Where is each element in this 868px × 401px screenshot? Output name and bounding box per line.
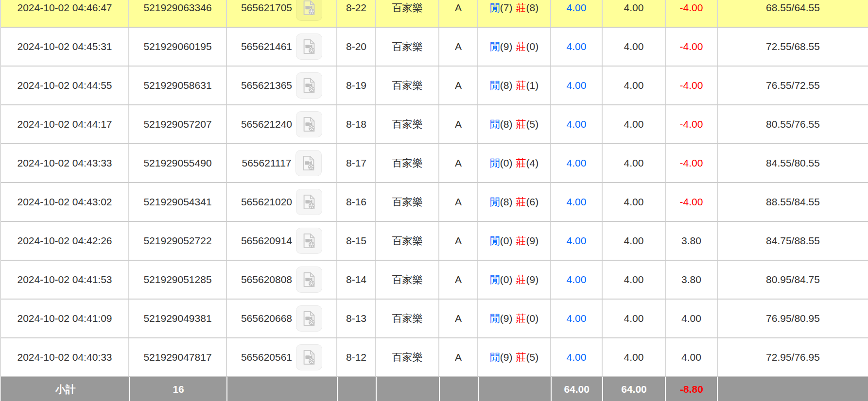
balance: 84.75/88.55 <box>718 222 868 260</box>
game-id: 565621240 <box>241 118 292 130</box>
bet-row[interactable]: 2024-10-02 04:43:02 521929054341 5656210… <box>1 183 868 222</box>
game-result: 閒(9)莊(0) <box>478 28 551 66</box>
bet-row[interactable]: 2024-10-02 04:40:33 521929047817 5656205… <box>1 338 868 377</box>
game-result: 閒(0)莊(9) <box>478 261 551 299</box>
game-result: 閒(9)莊(5) <box>478 338 551 376</box>
subtotal-empty-cell <box>377 377 440 401</box>
banker-score: (5) <box>526 118 539 130</box>
win-loss: 4.00 <box>666 300 718 337</box>
video-replay-button[interactable] <box>296 267 322 293</box>
game-id: 565620668 <box>241 313 292 324</box>
subtotal-row: 小計 16 64.00 64.00 -8.80 <box>1 377 868 401</box>
video-replay-button[interactable] <box>296 228 322 254</box>
game-id: 565621705 <box>241 2 292 14</box>
video-replay-button[interactable] <box>296 111 322 137</box>
bet-table-body: 2024-10-02 04:46:47 521929063346 5656217… <box>1 0 868 377</box>
bet-row[interactable]: 2024-10-02 04:44:55 521929058631 5656213… <box>1 67 868 105</box>
table-letter: A <box>439 222 478 260</box>
player-label: 閒 <box>490 351 500 364</box>
round-number: 8-17 <box>337 144 376 182</box>
game-id: 565620808 <box>241 274 292 285</box>
player-score: (0) <box>500 235 513 247</box>
player-label: 閒 <box>490 234 500 248</box>
round-number: 8-15 <box>337 222 376 260</box>
balance: 80.95/84.75 <box>718 261 868 299</box>
valid-amount: 4.00 <box>603 300 666 337</box>
bet-amount: 4.00 <box>551 28 603 66</box>
round-number: 8-22 <box>337 0 376 27</box>
win-loss: -4.00 <box>666 0 718 27</box>
game-type: 百家樂 <box>376 222 439 260</box>
game-id-cell: 565620668 <box>227 300 337 337</box>
game-type: 百家樂 <box>376 338 439 376</box>
valid-amount: 4.00 <box>603 261 666 299</box>
valid-amount: 4.00 <box>603 0 666 27</box>
video-replay-button[interactable] <box>296 33 322 60</box>
banker-score: (8) <box>526 2 539 14</box>
bet-row[interactable]: 2024-10-02 04:41:53 521929051285 5656208… <box>1 261 868 300</box>
video-replay-button[interactable] <box>296 72 322 99</box>
game-result: 閒(0)莊(4) <box>478 144 551 182</box>
balance: 84.55/80.55 <box>718 144 868 182</box>
game-result: 閒(0)莊(9) <box>478 222 551 260</box>
bet-id: 521929058631 <box>129 67 227 104</box>
banker-score: (0) <box>526 313 539 324</box>
video-replay-button[interactable] <box>295 150 322 176</box>
banker-score: (4) <box>526 157 539 169</box>
game-id-cell: 565620561 <box>227 338 337 376</box>
game-type: 百家樂 <box>376 261 439 299</box>
game-type: 百家樂 <box>376 300 439 337</box>
bet-row[interactable]: 2024-10-02 04:42:26 521929052722 5656209… <box>1 222 868 261</box>
balance: 88.55/84.55 <box>718 183 868 221</box>
balance: 72.95/76.95 <box>718 338 868 376</box>
banker-label: 莊 <box>516 273 526 286</box>
subtotal-bet-total: 64.00 <box>552 377 603 401</box>
bet-row[interactable]: 2024-10-02 04:41:09 521929049381 5656206… <box>1 300 868 338</box>
video-replay-icon <box>301 271 317 288</box>
game-type: 百家樂 <box>376 28 439 66</box>
game-id-cell: 565621365 <box>227 67 337 104</box>
round-number: 8-16 <box>337 183 376 221</box>
video-replay-button[interactable] <box>296 305 322 332</box>
game-result: 閒(8)莊(1) <box>478 67 551 104</box>
video-replay-button[interactable] <box>296 344 322 370</box>
balance: 72.55/68.55 <box>718 28 868 66</box>
balance: 76.95/80.95 <box>718 300 868 337</box>
player-score: (9) <box>500 313 513 324</box>
video-replay-button[interactable] <box>296 189 322 215</box>
player-label: 閒 <box>490 40 500 53</box>
subtotal-empty-cell <box>718 377 868 401</box>
video-replay-icon <box>301 0 317 16</box>
video-replay-icon <box>301 38 317 55</box>
game-result: 閒(7)莊(8) <box>478 0 551 27</box>
subtotal-winloss-total: -8.80 <box>666 377 718 401</box>
bet-amount: 4.00 <box>551 105 603 143</box>
win-loss: 4.00 <box>666 338 718 376</box>
game-id: 565621117 <box>242 157 292 169</box>
bet-amount: 4.00 <box>551 222 603 260</box>
subtotal-empty-cell <box>338 377 377 401</box>
bet-row[interactable]: 2024-10-02 04:46:47 521929063346 5656217… <box>1 0 868 28</box>
game-id: 565620561 <box>241 351 292 363</box>
bet-row[interactable]: 2024-10-02 04:43:33 521929055490 5656211… <box>1 144 868 183</box>
game-id-cell: 565621240 <box>227 105 337 143</box>
banker-label: 莊 <box>516 195 526 209</box>
bet-amount: 4.00 <box>551 0 603 27</box>
bet-time: 2024-10-02 04:43:02 <box>1 183 129 221</box>
banker-score: (5) <box>526 351 539 363</box>
bet-time: 2024-10-02 04:44:55 <box>1 67 129 104</box>
game-type: 百家樂 <box>376 105 439 143</box>
banker-label: 莊 <box>516 156 526 170</box>
table-letter: A <box>439 0 478 27</box>
win-loss: -4.00 <box>666 183 718 221</box>
game-id-cell: 565620914 <box>227 222 337 260</box>
video-replay-button[interactable] <box>296 0 322 21</box>
game-id-cell: 565621461 <box>227 28 337 66</box>
player-label: 閒 <box>490 312 500 325</box>
bet-amount: 4.00 <box>551 183 603 221</box>
valid-amount: 4.00 <box>603 183 666 221</box>
bet-row[interactable]: 2024-10-02 04:45:31 521929060195 5656214… <box>1 28 868 67</box>
game-type: 百家樂 <box>376 67 439 104</box>
bet-row[interactable]: 2024-10-02 04:44:17 521929057207 5656212… <box>1 105 868 144</box>
banker-score: (9) <box>526 274 539 285</box>
